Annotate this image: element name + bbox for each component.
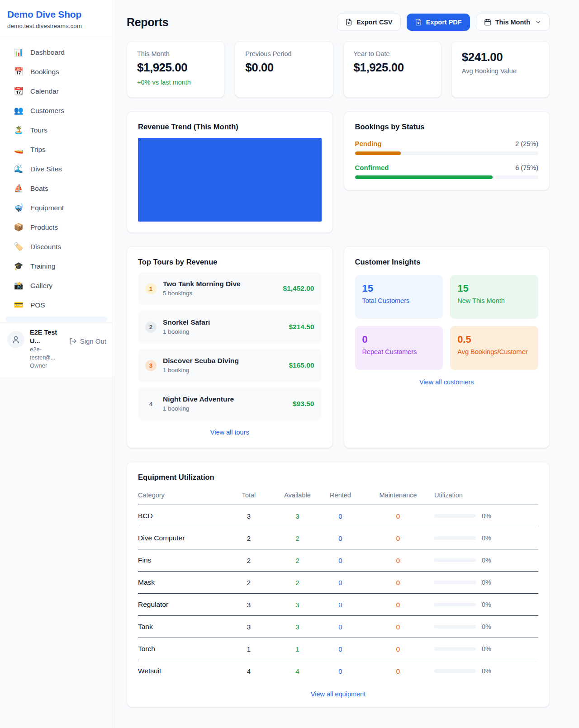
bookings-by-status-card: Bookings by Status Pending 2 (25%) Confi… [344, 111, 550, 190]
sidebar-item-label: Dive Sites [30, 164, 62, 174]
table-row: Regulator 3 3 0 0 0% [138, 594, 538, 616]
tile-value: 0 [362, 334, 436, 345]
tour-bookings: 5 bookings [163, 289, 277, 298]
tile-label: Avg Bookings/Customer [457, 348, 531, 355]
sidebar-item-products[interactable]: 📦 Products [5, 217, 107, 237]
sidebar-item-customers[interactable]: 👥 Customers [5, 101, 107, 120]
utilization-track [434, 558, 476, 562]
shop-name: Demo Dive Shop [7, 9, 104, 20]
graduation-cap-icon: 🎓 [14, 261, 24, 271]
tour-name: Discover Scuba Diving [163, 356, 282, 366]
list-item: 2 Snorkel Safari 1 booking $214.50 [138, 311, 322, 343]
tour-bookings: 1 booking [163, 404, 286, 413]
bookings-by-status-title: Bookings by Status [355, 123, 539, 131]
customer-insights-title: Customer Insights [355, 258, 539, 266]
utilization-cell: 0% [434, 557, 538, 564]
status-row-confirmed: Confirmed 6 (75%) [355, 164, 539, 179]
sidebar-item-boats[interactable]: ⛵ Boats [5, 179, 107, 198]
column-header: Category [138, 492, 222, 499]
sidebar-item-training[interactable]: 🎓 Training [5, 256, 107, 276]
utilization-cell: 0% [434, 623, 538, 630]
tile-label: New This Month [457, 297, 531, 304]
utilization-track [434, 647, 476, 651]
revenue-trend-title: Revenue Trend (This Month) [138, 123, 322, 131]
table-row: Dive Computer 2 2 0 0 0% [138, 527, 538, 549]
table-row: BCD 3 3 0 0 0% [138, 505, 538, 527]
sidebar-item-label: Calendar [30, 86, 59, 96]
stat-label: This Month [137, 50, 214, 57]
avatar [7, 331, 24, 348]
sidebar-item-gallery[interactable]: 📸 Gallery [5, 276, 107, 295]
status-count: 6 (75%) [515, 164, 538, 171]
customers-icon: 👥 [14, 106, 24, 116]
sign-out-button[interactable]: Sign Out [69, 337, 106, 345]
tour-name: Two Tank Morning Dive [163, 279, 277, 289]
wave-icon: 🌊 [14, 164, 24, 174]
main-content: Reports Export CSV Export PDF [113, 0, 579, 728]
sidebar-item-pos[interactable]: 💳 POS [5, 295, 107, 315]
person-icon [11, 335, 20, 344]
calendar-icon: 📆 [14, 86, 24, 96]
sidebar-item-dive-sites[interactable]: 🌊 Dive Sites [5, 159, 107, 179]
customer-insights-card: Customer Insights 15 Total Customers 15 … [344, 246, 550, 448]
tile-avg-bookings-customer: 0.5 Avg Bookings/Customer [450, 326, 538, 370]
utilization-cell: 0% [434, 579, 538, 586]
view-all-equipment-link[interactable]: View all equipment [138, 690, 538, 698]
credit-card-icon: 💳 [14, 300, 24, 310]
user-email: e2e-tester@... [30, 345, 64, 362]
sidebar-item-trips[interactable]: 🚤 Trips [5, 140, 107, 159]
stat-label: Avg Booking Value [462, 67, 539, 75]
sidebar-item-tours[interactable]: 🏝️ Tours [5, 120, 107, 140]
user-role: Owner [30, 362, 64, 370]
chevron-down-icon [535, 19, 541, 25]
file-download-icon [415, 19, 422, 26]
table-row: Torch 1 1 0 0 0% [138, 638, 538, 660]
utilization-track [434, 536, 476, 540]
tour-name: Snorkel Safari [163, 317, 282, 327]
tour-amount: $1,452.00 [283, 284, 314, 293]
sidebar-item-equipment[interactable]: 🤿 Equipment [5, 198, 107, 217]
stat-card-year-to-date: Year to Date $1,925.00 [343, 41, 441, 98]
sidebar-item-discounts[interactable]: 🏷️ Discounts [5, 237, 107, 256]
status-count: 2 (25%) [515, 140, 538, 147]
sidebar-item-calendar[interactable]: 📆 Calendar [5, 81, 107, 101]
sidebar-item-label: Trips [30, 144, 46, 155]
period-dropdown[interactable]: This Month [476, 14, 550, 31]
utilization-cell: 0% [434, 512, 538, 520]
sidebar-item-label: Products [30, 222, 58, 232]
top-tours-title: Top Tours by Revenue [138, 258, 322, 266]
sidebar-item-bookings[interactable]: 📅 Bookings [5, 62, 107, 81]
tour-amount: $214.50 [289, 323, 314, 331]
island-icon: 🏝️ [14, 125, 24, 135]
column-header: Available [276, 492, 319, 499]
sidebar: Demo Dive Shop demo.test.divestreams.com… [0, 0, 113, 728]
revenue-trend-chart [138, 138, 322, 222]
sidebar-item-label: POS [30, 300, 45, 310]
sidebar-item-label: Boats [30, 183, 48, 194]
rank-badge: 1 [145, 283, 157, 294]
camera-icon: 📸 [14, 281, 24, 291]
progress-track [355, 175, 539, 179]
sidebar-item-label: Equipment [30, 203, 64, 213]
sailboat-icon: ⛵ [14, 184, 24, 194]
tour-name: Night Dive Adventure [163, 394, 286, 404]
equipment-table: Category Total Available Rented Maintena… [138, 488, 538, 682]
tile-value: 0.5 [457, 334, 531, 345]
stat-card-this-month: This Month $1,925.00 +0% vs last month [127, 41, 225, 98]
progress-fill-pending [355, 151, 401, 155]
view-all-tours-link[interactable]: View all tours [138, 429, 322, 436]
dashboard-icon: 📊 [14, 47, 24, 57]
revenue-trend-card: Revenue Trend (This Month) [127, 111, 333, 233]
sidebar-item-label: Discounts [30, 241, 61, 252]
table-row: Fins 2 2 0 0 0% [138, 549, 538, 572]
bookings-calendar-icon: 📅 [14, 67, 24, 77]
column-header: Utilization [434, 492, 538, 499]
view-all-customers-link[interactable]: View all customers [355, 378, 539, 386]
sidebar-item-reports-partial[interactable] [5, 317, 107, 322]
tile-label: Total Customers [362, 297, 436, 304]
sidebar-item-dashboard[interactable]: 📊 Dashboard [5, 43, 107, 62]
logout-icon [69, 337, 77, 345]
export-csv-button[interactable]: Export CSV [337, 14, 401, 31]
export-pdf-button[interactable]: Export PDF [407, 14, 470, 31]
table-row: Mask 2 2 0 0 0% [138, 572, 538, 594]
